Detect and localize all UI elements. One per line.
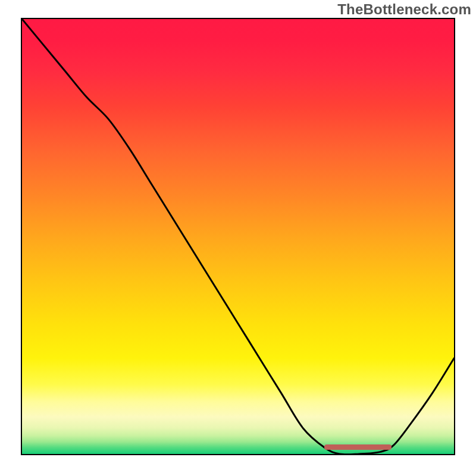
svg-rect-0 <box>22 19 454 454</box>
watermark-text: TheBottleneck.com <box>337 1 471 18</box>
optimal-range-marker <box>324 444 392 450</box>
gradient-background <box>22 19 454 454</box>
chart-canvas <box>21 18 455 455</box>
